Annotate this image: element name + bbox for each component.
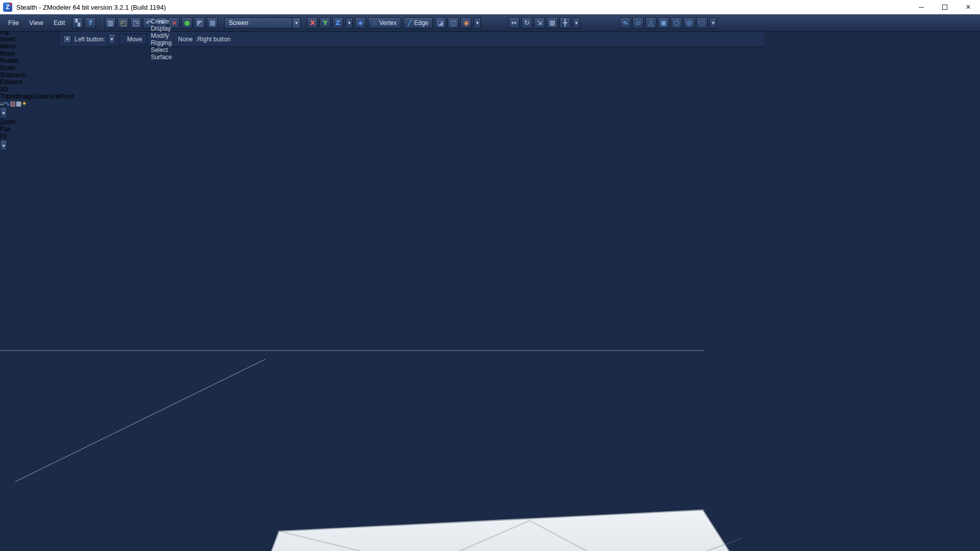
submesh-header: Submesh... <box>0 71 980 79</box>
viewport-menu-image[interactable]: Image <box>17 93 34 100</box>
box-primitive-icon[interactable]: ▣ <box>658 17 669 29</box>
tool-move[interactable]: Move <box>0 50 980 57</box>
tab-create[interactable]: Create <box>151 18 172 25</box>
menu-file[interactable]: File <box>3 17 24 28</box>
viewport-menu-grid[interactable]: Grid <box>49 93 61 100</box>
right-button-label: :Right button <box>195 36 230 43</box>
menu-bar: FileViewEdit ▚? ▥◰◳↶↷×●◩▦ Screen XYZ ◈ V… <box>0 14 980 32</box>
viewport-mode-button[interactable]: 3D <box>0 86 980 93</box>
vertex-mode-button[interactable]: Vertex <box>368 17 401 29</box>
curve-tool-icon[interactable]: ∿ <box>620 17 631 29</box>
snap-grid-icon[interactable]: ▦ <box>547 17 558 29</box>
material-icon[interactable]: ◩ <box>194 17 205 29</box>
screen-mode-dropdown[interactable]: Screen <box>224 17 301 29</box>
axis-dropdown-caret[interactable] <box>346 17 353 29</box>
tab-rigging[interactable]: Rigging <box>151 39 172 46</box>
chevron-down-icon <box>292 18 300 28</box>
polygon-tool-icon[interactable]: △ <box>645 17 656 29</box>
zoom-button[interactable]: Zoom <box>0 118 980 126</box>
tab-surface[interactable]: Surface <box>151 54 172 61</box>
brush-icon[interactable]: ∿ <box>5 100 10 107</box>
wireframe-icon[interactable]: ▱ <box>0 100 5 107</box>
save-icon[interactable]: ◳ <box>130 17 141 29</box>
sphere-primitive-icon[interactable]: ○ <box>671 17 682 29</box>
menu-view[interactable]: View <box>24 17 48 28</box>
element-mode-button[interactable]: Element <box>0 79 980 86</box>
police-suv-model[interactable]: Ford <box>0 496 980 551</box>
viewport-3d: 3D TripodImageColorGridPivot ▱∿▨▦☀ Zoom … <box>0 86 980 551</box>
magnet-dropdown-caret[interactable] <box>474 17 481 29</box>
tab-display[interactable]: Display <box>151 25 172 32</box>
help-icon[interactable]: ? <box>85 17 96 29</box>
zmodeler-logo-icon <box>3 3 12 12</box>
torus-primitive-icon[interactable]: ◌ <box>696 17 707 29</box>
x-axis-button[interactable]: X <box>307 17 318 29</box>
magnet-icon[interactable]: ◉ <box>460 17 472 29</box>
submesh-panel: Submesh... <box>0 71 980 79</box>
checker-icon[interactable]: ▦ <box>16 100 21 107</box>
tab-select[interactable]: Select <box>151 46 172 54</box>
texture-icon[interactable]: ▦ <box>207 17 218 29</box>
edge-mode-button[interactable]: Edge <box>403 17 433 29</box>
validate-icon[interactable]: ▚ <box>72 17 83 29</box>
tool-rotate[interactable]: Rotate <box>0 57 980 64</box>
local-move-icon[interactable]: ↔ <box>508 17 520 29</box>
uv-mode-icon[interactable]: ◫ <box>448 17 459 29</box>
left-button-tool-chip[interactable]: Move <box>118 34 148 45</box>
menu-edit[interactable]: Edit <box>48 17 70 28</box>
minimize-button[interactable] <box>910 0 933 14</box>
maximize-button[interactable] <box>933 0 957 14</box>
local-rotate-icon[interactable]: ↻ <box>521 17 532 29</box>
view-options-caret[interactable] <box>0 140 7 151</box>
viewport-header: 3D TripodImageColorGridPivot ▱∿▨▦☀ Zoom … <box>0 86 980 151</box>
eraser-icon[interactable]: ▨ <box>10 100 15 107</box>
left-button-label: Left button: <box>75 36 105 43</box>
viewport-menu-pivot[interactable]: Pivot <box>60 93 74 100</box>
right-button-tool-chip[interactable]: None <box>178 36 193 43</box>
zmodeler-window: Stealth - ZModeler 64 bit version 3.2.1 … <box>0 0 980 551</box>
close-commands-bar-button[interactable] <box>63 35 71 43</box>
gizmo-icon[interactable]: ◈ <box>355 17 366 29</box>
local-scale-icon[interactable]: ⇲ <box>534 17 545 29</box>
tab-modify[interactable]: Modify <box>151 32 172 39</box>
z-axis-button[interactable]: Z <box>332 17 344 29</box>
tool-tab-bar: Left button: Move CreateDisplayModifyRig… <box>60 32 764 47</box>
display-dropdown-caret[interactable] <box>0 107 7 118</box>
fit-button[interactable]: Fit <box>0 133 980 140</box>
toolbar-separator <box>100 17 101 29</box>
window-title: Stealth - ZModeler 64 bit version 3.2.1 … <box>16 4 166 11</box>
viewport-menu-tripod[interactable]: Tripod <box>0 93 17 100</box>
viewport-canvas[interactable]: Ford <box>0 151 980 551</box>
tool-scale[interactable]: Scale <box>0 64 980 71</box>
commands-sidebar: Element <box>0 79 980 86</box>
left-button-dropdown[interactable] <box>108 34 115 45</box>
import-icon[interactable]: ▥ <box>105 17 116 29</box>
y-axis-button[interactable]: Y <box>320 17 331 29</box>
title-bar: Stealth - ZModeler 64 bit version 3.2.1 … <box>0 0 980 14</box>
open-file-icon[interactable]: ◰ <box>117 17 129 29</box>
render-icon[interactable]: ● <box>181 17 192 29</box>
face-mode-icon[interactable]: ◪ <box>435 17 446 29</box>
transform-dropdown-caret[interactable] <box>573 17 580 29</box>
light-icon[interactable]: ☀ <box>21 100 27 107</box>
viewport-menu-color[interactable]: Color <box>34 93 49 100</box>
primitive-dropdown-caret[interactable] <box>709 17 717 29</box>
vertex-icon <box>373 20 377 26</box>
pan-button[interactable]: Pan <box>0 126 980 133</box>
cylinder-primitive-icon[interactable]: ◎ <box>683 17 695 29</box>
patch-tool-icon[interactable]: ▱ <box>632 17 644 29</box>
close-button[interactable] <box>957 0 980 14</box>
edge-icon <box>408 20 411 26</box>
axes-mode-icon[interactable]: ╋ <box>559 17 571 29</box>
grid-lines <box>0 151 704 494</box>
